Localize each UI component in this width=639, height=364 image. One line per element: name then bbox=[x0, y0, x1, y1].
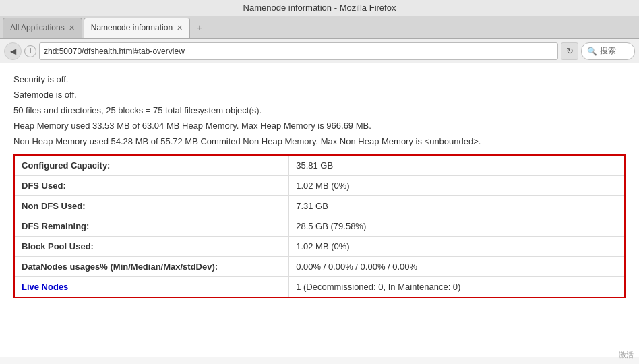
safemode-line: Safemode is off. bbox=[13, 90, 626, 100]
live-nodes-link[interactable]: Live Nodes bbox=[22, 282, 68, 292]
search-bar[interactable]: 🔍 搜索 bbox=[581, 42, 635, 60]
table-row: Configured Capacity:35.81 GB bbox=[14, 155, 625, 176]
heap-memory-line: Heap Memory used 33.53 MB of 63.04 MB He… bbox=[13, 121, 626, 131]
table-row-value: 0.00% / 0.00% / 0.00% / 0.00% bbox=[289, 257, 625, 277]
table-row-label: DFS Remaining: bbox=[14, 216, 289, 237]
table-row-label: DataNodes usages% (Min/Median/Max/stdDev… bbox=[14, 257, 289, 277]
tab-namenode-close[interactable]: ✕ bbox=[177, 24, 183, 32]
info-icon[interactable]: i bbox=[24, 45, 36, 57]
tab-all-applications-label: All Applications bbox=[10, 23, 65, 32]
table-row: DFS Used:1.02 MB (0%) bbox=[14, 176, 625, 196]
tab-all-applications-close[interactable]: ✕ bbox=[69, 24, 75, 32]
security-line: Security is off. bbox=[13, 74, 626, 84]
table-row-value: 1.02 MB (0%) bbox=[289, 176, 625, 196]
window-title: Namenode information - Mozilla Firefox bbox=[243, 3, 396, 13]
tab-namenode-label: Namenode information bbox=[91, 23, 173, 32]
tab-bar: All Applications ✕ Namenode information … bbox=[0, 16, 639, 39]
back-button[interactable]: ◀ bbox=[4, 42, 22, 60]
table-row-value: 1.02 MB (0%) bbox=[289, 237, 625, 257]
table-row-value: 35.81 GB bbox=[289, 155, 625, 176]
stats-table: Configured Capacity:35.81 GBDFS Used:1.0… bbox=[13, 154, 626, 298]
table-row-value: 28.5 GB (79.58%) bbox=[289, 216, 625, 237]
table-row: Live Nodes1 (Decommissioned: 0, In Maint… bbox=[14, 277, 625, 298]
files-line: 50 files and directories, 25 blocks = 75… bbox=[13, 105, 626, 115]
url-bar[interactable]: zhd:50070/dfshealth.html#tab-overview bbox=[39, 42, 558, 60]
url-text: zhd:50070/dfshealth.html#tab-overview bbox=[44, 47, 185, 56]
new-tab-button[interactable]: + bbox=[191, 20, 208, 36]
table-row: DataNodes usages% (Min/Median/Max/stdDev… bbox=[14, 257, 625, 277]
watermark: 激活 bbox=[619, 350, 634, 360]
table-row-label: Configured Capacity: bbox=[14, 155, 289, 176]
table-row-value: 1 (Decommissioned: 0, In Maintenance: 0) bbox=[289, 277, 625, 298]
refresh-button[interactable]: ↻ bbox=[561, 42, 578, 60]
table-row-value: 7.31 GB bbox=[289, 196, 625, 216]
search-icon: 🔍 bbox=[587, 47, 597, 56]
tab-all-applications[interactable]: All Applications ✕ bbox=[3, 18, 82, 38]
content-area: Security is off. Safemode is off. 50 fil… bbox=[0, 63, 639, 357]
table-row-label: Block Pool Used: bbox=[14, 237, 289, 257]
title-bar: Namenode information - Mozilla Firefox bbox=[0, 0, 639, 16]
search-placeholder: 搜索 bbox=[600, 45, 616, 57]
table-row-label: Non DFS Used: bbox=[14, 196, 289, 216]
table-row: Block Pool Used:1.02 MB (0%) bbox=[14, 237, 625, 257]
tab-namenode-information[interactable]: Namenode information ✕ bbox=[84, 18, 190, 38]
table-row: Non DFS Used:7.31 GB bbox=[14, 196, 625, 216]
non-heap-memory-line: Non Heap Memory used 54.28 MB of 55.72 M… bbox=[13, 136, 626, 146]
table-row: DFS Remaining:28.5 GB (79.58%) bbox=[14, 216, 625, 237]
address-bar: ◀ i zhd:50070/dfshealth.html#tab-overvie… bbox=[0, 39, 639, 63]
table-row-label: DFS Used: bbox=[14, 176, 289, 196]
